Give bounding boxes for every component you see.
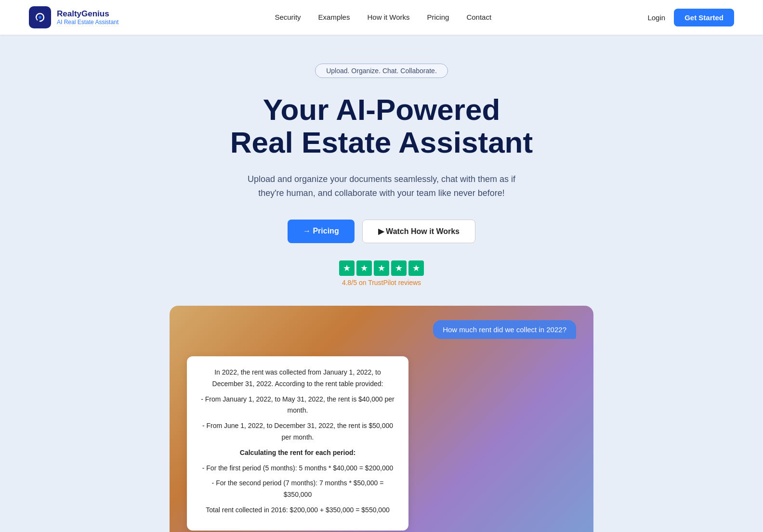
star-4: ★ [391,260,407,276]
watch-button[interactable]: ▶ Watch How it Works [362,220,475,243]
demo-section: How much rent did we collect in 2022? In… [170,306,593,532]
nav-how-it-works[interactable]: How it Works [367,13,409,21]
star-2: ★ [356,260,372,276]
nav-examples[interactable]: Examples [318,13,350,21]
hero-subtitle: Upload and organize your documents seaml… [247,172,516,200]
rating-section: ★ ★ ★ ★ ★ 4.8/5 on TrustPilot reviews [339,260,424,286]
login-button[interactable]: Login [647,13,665,22]
svg-point-1 [39,16,41,19]
star-5: ★ [408,260,424,276]
hero-buttons: → Pricing ▶ Watch How it Works [288,220,475,243]
nav-security[interactable]: Security [275,13,301,21]
response-p7: Total rent collected in 2016: $200,000 +… [198,505,397,516]
nav-pricing[interactable]: Pricing [427,13,449,21]
nav-right: Login Get Started [647,9,734,26]
response-p4: Calculating the rent for each period: [198,447,397,459]
response-p1: In 2022, the rent was collected from Jan… [198,367,397,390]
logo-icon [29,6,51,28]
demo-content: How much rent did we collect in 2022? In… [170,306,593,532]
hero-title-line1: Your AI-Powered [263,93,500,126]
star-1: ★ [339,260,355,276]
brand-name: RealtyGenius [57,9,118,19]
nav-contact[interactable]: Contact [466,13,491,21]
hero-title-line2: Real Estate Assistant [230,126,533,159]
get-started-button[interactable]: Get Started [674,9,734,26]
trustpilot-rating: 4.8/5 on TrustPilot reviews [342,279,421,286]
nav-links: Security Examples How it Works Pricing C… [275,13,491,22]
pricing-button[interactable]: → Pricing [288,220,355,243]
response-p3: - From June 1, 2022, to December 31, 202… [198,420,397,443]
hero-section: Upload. Organize. Chat. Collaborate. You… [0,35,763,532]
brand-tagline: AI Real Estate Assistant [57,19,118,26]
logo-text: RealtyGenius AI Real Estate Assistant [57,9,118,26]
ai-response-card: In 2022, the rent was collected from Jan… [187,356,408,531]
hero-badge: Upload. Organize. Chat. Collaborate. [315,64,448,78]
hero-title: Your AI-Powered Real Estate Assistant [230,93,533,159]
logo[interactable]: RealtyGenius AI Real Estate Assistant [29,6,118,28]
user-chat-bubble: How much rent did we collect in 2022? [433,320,576,339]
response-p6: - For the second period (7 months): 7 mo… [198,478,397,501]
star-rating: ★ ★ ★ ★ ★ [339,260,424,276]
response-p2: - From January 1, 2022, to May 31, 2022,… [198,394,397,417]
response-p5: - For the first period (5 months): 5 mon… [198,463,397,474]
star-3: ★ [374,260,389,276]
navbar: RealtyGenius AI Real Estate Assistant Se… [0,0,763,35]
